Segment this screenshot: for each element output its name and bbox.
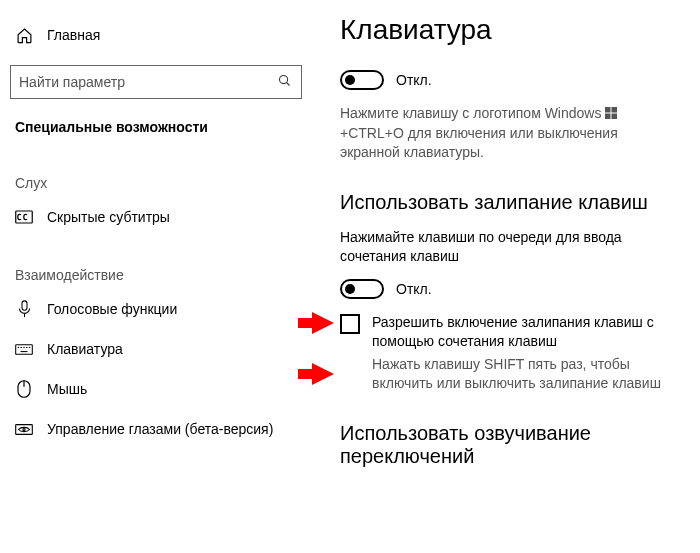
mic-icon (15, 300, 33, 318)
sidebar-item-label: Скрытые субтитры (47, 209, 170, 225)
sticky-keys-shortcut-checkbox[interactable] (340, 314, 360, 334)
svg-point-15 (23, 428, 25, 430)
sidebar-item-mouse[interactable]: Мышь (10, 369, 302, 409)
page-title: Клавиатура (340, 14, 675, 46)
svg-rect-16 (605, 107, 611, 113)
sticky-keys-heading: Использовать залипание клавиш (340, 191, 675, 214)
checkbox-label: Разрешить включение залипания клавиш с п… (372, 313, 675, 351)
sidebar-item-closed-captions[interactable]: Скрытые субтитры (10, 197, 302, 237)
sidebar-group-interaction: Взаимодействие (10, 237, 302, 289)
sidebar-item-label: Управление глазами (бета-версия) (47, 421, 273, 437)
sidebar-item-label: Мышь (47, 381, 87, 397)
mouse-icon (15, 380, 33, 398)
annotation-arrow-icon (312, 363, 334, 385)
annotation-arrow-icon (312, 312, 334, 334)
sidebar-item-voice[interactable]: Голосовые функции (10, 289, 302, 329)
onscreen-keyboard-hint: Нажмите клавишу с логотипом Windows +CTR… (340, 104, 675, 163)
search-field[interactable] (19, 74, 277, 90)
home-icon (15, 27, 33, 44)
sidebar-item-label: Клавиатура (47, 341, 123, 357)
sidebar-item-label: Главная (47, 27, 100, 43)
svg-line-1 (287, 83, 290, 86)
checkbox-hint: Нажать клавишу SHIFT пять раз, чтобы вкл… (372, 355, 675, 394)
svg-rect-19 (612, 114, 618, 120)
onscreen-keyboard-toggle[interactable] (340, 70, 384, 90)
sidebar-item-keyboard[interactable]: Клавиатура (10, 329, 302, 369)
sidebar-heading: Специальные возможности (10, 107, 302, 145)
cc-icon (15, 210, 33, 224)
toggle-state-label: Откл. (396, 72, 432, 88)
toggle-keys-sound-heading: Использовать озвучивание переключений (340, 422, 675, 468)
search-input[interactable] (10, 65, 302, 99)
svg-rect-18 (605, 114, 611, 120)
sidebar-item-home[interactable]: Главная (10, 15, 302, 55)
svg-rect-5 (16, 344, 33, 354)
sidebar-group-hearing: Слух (10, 145, 302, 197)
sticky-keys-toggle[interactable] (340, 279, 384, 299)
svg-point-0 (280, 76, 288, 84)
svg-rect-3 (22, 301, 27, 310)
windows-logo-icon (605, 107, 617, 119)
sticky-keys-desc: Нажимайте клавиши по очереди для ввода с… (340, 228, 675, 267)
sidebar-item-eye-control[interactable]: Управление глазами (бета-версия) (10, 409, 302, 449)
search-icon (277, 73, 293, 91)
eye-icon (15, 423, 33, 436)
toggle-state-label: Откл. (396, 281, 432, 297)
svg-rect-17 (612, 107, 618, 113)
keyboard-icon (15, 343, 33, 356)
sidebar-item-label: Голосовые функции (47, 301, 177, 317)
